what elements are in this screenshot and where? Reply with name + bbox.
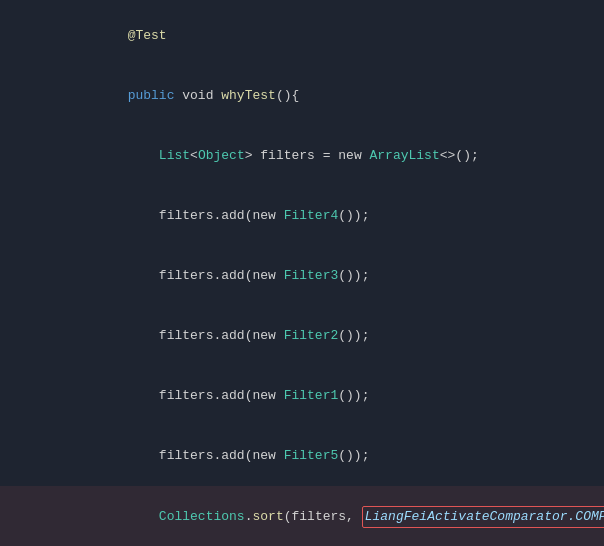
line-content-3: List<Object> filters = new ArrayList<>()… [28,126,596,186]
comparator-highlight-box: LiangFeiActivateComparator.COMPARATOR [362,506,604,528]
code-line-7: filters.add(new Filter1()); [0,366,604,426]
code-line-2: public void whyTest(){ [0,66,604,126]
code-line-4: filters.add(new Filter4()); [0,186,604,246]
code-line-5: filters.add(new Filter3()); [0,246,604,306]
line-content-1: @Test [28,6,596,66]
code-line-1: @Test [0,6,604,66]
code-line-3: List<Object> filters = new ArrayList<>()… [0,126,604,186]
code-line-8: filters.add(new Filter5()); [0,426,604,486]
code-editor: @Test public void whyTest(){ List<Object… [0,0,604,546]
code-line-6: filters.add(new Filter2()); [0,306,604,366]
ide-window: @Test public void whyTest(){ List<Object… [0,0,604,546]
code-line-sort: Collections.sort(filters, LiangFeiActiva… [0,486,604,546]
line-content-2: public void whyTest(){ [28,66,596,126]
